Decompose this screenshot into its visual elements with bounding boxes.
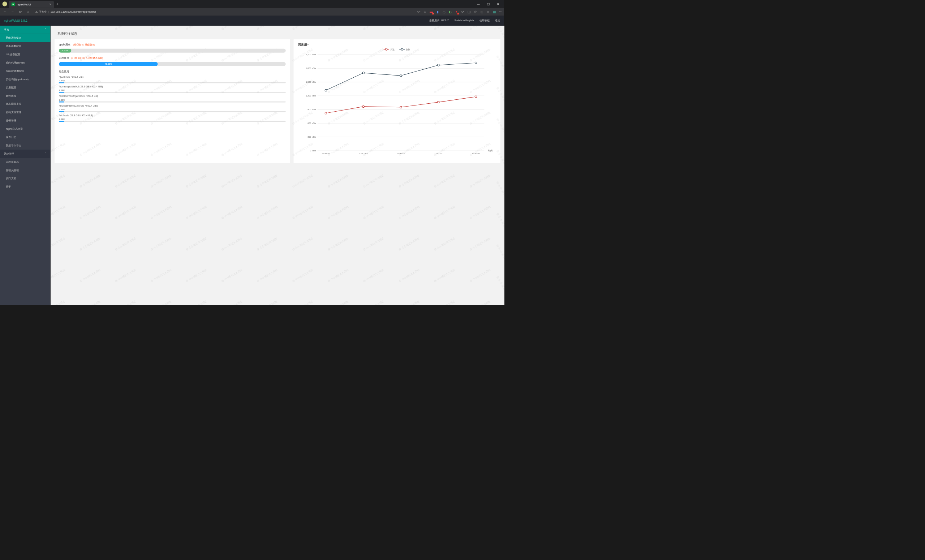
sidebar-item[interactable]: 关于 (0, 183, 51, 191)
window-icon (3, 2, 7, 6)
star-icon[interactable]: ☆ (423, 10, 427, 14)
sidebar-group-system[interactable]: 系统管理 ˄ (0, 150, 51, 158)
sidebar-item[interactable]: Nginx日志查看 (0, 125, 51, 133)
cpu-progress-bar: 5.50% (59, 49, 285, 53)
ext6-icon[interactable]: ⟳ (461, 10, 465, 14)
ext5-icon[interactable]: ▼1 (455, 10, 458, 14)
sidebar-item[interactable]: 基本参数配置 (0, 42, 51, 51)
legend-send-label: 发送 (390, 48, 395, 51)
sidebar-item[interactable]: 反向代理(server) (0, 59, 51, 67)
sidebar-item[interactable]: 远程服务器 (0, 158, 51, 166)
sidebar-item[interactable]: 接口文档 (0, 175, 51, 183)
mem-progress-bar: 43.59% (59, 62, 285, 66)
disk-list: / (22.8 GiB / 953.4 GiB) 2.39% /home/ngi… (59, 75, 285, 122)
chart-legend: 发送 接收 (298, 47, 496, 51)
disk-item: /etc/hosts (22.8 GiB / 953.4 GiB) 2.39% (59, 114, 285, 122)
disk-bar (59, 111, 285, 112)
legend-recv-icon (399, 49, 404, 50)
disk-item: /etc/resolv.conf (22.8 GiB / 953.4 GiB) … (59, 95, 285, 102)
logout-link[interactable]: 退出 (495, 19, 500, 23)
sidebar-item[interactable]: 系统运行状态 (0, 34, 51, 42)
tutorial-link[interactable]: 使用教程 (479, 19, 490, 23)
disk-pct: 2.39% (59, 99, 285, 101)
chevron-up-icon: ˄ (45, 28, 46, 31)
sidebar-item[interactable]: 证书管理 (0, 117, 51, 125)
legend-recv-label: 接收 (406, 48, 410, 51)
close-icon[interactable]: × (50, 3, 51, 6)
svg-text:12:47:03: 12:47:03 (359, 152, 368, 154)
content-area: @ 小小笔记大大用处@ 小小笔记大大用处@ 小小笔记大大用处@ 小小笔记大大用处… (51, 26, 505, 305)
ext3-icon[interactable]: ◌ (442, 10, 446, 14)
svg-text:12:47:01: 12:47:01 (322, 152, 330, 154)
collections-icon[interactable]: ⊞ (480, 10, 484, 14)
profile-icon[interactable]: ☺ (486, 10, 490, 14)
disk-bar (59, 92, 285, 93)
sidebar-item[interactable]: 静态网页上传 (0, 100, 51, 108)
sidebar-group-local-label: 本地 (4, 28, 9, 32)
app-title: nginxWebUI 3.8.2 (4, 19, 429, 23)
reader-icon[interactable]: A⁺ (417, 10, 420, 14)
home-button[interactable]: ⌂ (25, 9, 32, 15)
close-window-button[interactable]: ✕ (494, 1, 503, 7)
chart-title: 网速统计 (298, 43, 496, 46)
sidebar-icon[interactable]: ◫ (467, 10, 471, 14)
svg-text:900 kB/s: 900 kB/s (307, 108, 316, 111)
sidebar-item[interactable]: 启用配置 (0, 83, 51, 92)
back-button[interactable]: ← (2, 9, 8, 15)
sidebar-item[interactable]: 负载均衡(upstream) (0, 75, 51, 83)
disk-label: 磁盘使用 (59, 69, 285, 73)
tab-strip: N nginxWebUI × + (0, 0, 474, 8)
refresh-button[interactable]: ⟳ (17, 9, 24, 15)
menu-icon[interactable]: ⋯ (499, 10, 503, 14)
new-tab-button[interactable]: + (56, 2, 59, 6)
svg-point-29 (400, 74, 401, 76)
svg-text:300 kB/s: 300 kB/s (307, 136, 316, 138)
sidebar-item[interactable]: 操作日志 (0, 133, 51, 141)
svg-point-28 (362, 72, 364, 74)
mem-sub-text: （已用:6.8 GiB / 总共:15.5 GiB） (70, 56, 104, 59)
disk-item: /etc/hostname (22.8 GiB / 953.4 GiB) 2.3… (59, 104, 285, 112)
sidebar-item[interactable]: 参数模板 (0, 92, 51, 100)
url-box[interactable]: ⚠ 不安全 | 192.168.1.100:8080/adminPage/mon… (33, 9, 413, 15)
browser-tab[interactable]: N nginxWebUI × (9, 1, 54, 8)
chart-svg: 0 kB/s300 kB/s600 kB/s900 kB/s1,200 kB/s… (298, 53, 496, 159)
address-bar: ← → ⟳ ⌂ ⚠ 不安全 | 192.168.1.100:8080/admin… (0, 8, 504, 16)
forward-button[interactable]: → (9, 9, 15, 15)
sidebar-item[interactable]: 密码文件管理 (0, 108, 51, 117)
legend-recv[interactable]: 接收 (399, 48, 410, 51)
favorites-icon[interactable]: ✩ (473, 10, 477, 14)
ext1-icon[interactable]: ▬3 (429, 10, 433, 14)
cpu-metric: cpu利用率 （核心数:4 / 线程数:4） 5.50% (59, 43, 285, 53)
favicon-icon: N (12, 3, 15, 6)
svg-text:1,800 kB/s: 1,800 kB/s (306, 67, 316, 69)
legend-send[interactable]: 发送 (383, 48, 395, 51)
chevron-up-icon: ˄ (45, 152, 46, 155)
sidebar-item[interactable]: http参数配置 (0, 51, 51, 59)
svg-point-27 (325, 89, 327, 91)
sidebar-group-local[interactable]: 本地 ˄ (0, 26, 51, 34)
svg-text:12:47:07: 12:47:07 (434, 152, 443, 154)
disk-path: /etc/hostname (22.8 GiB / 953.4 GiB) (59, 104, 285, 107)
sidebar-item[interactable]: 数据导入导出 (0, 141, 51, 150)
tab-title: nginxWebUI (17, 3, 47, 6)
cpu-label: cpu利用率 （核心数:4 / 线程数:4） (59, 43, 285, 46)
ext7-icon[interactable]: ▦ (493, 10, 496, 14)
sidebar-item[interactable]: 管理员管理 (0, 166, 51, 175)
sidebar: 本地 ˄ 系统运行状态基本参数配置http参数配置反向代理(server)Str… (0, 26, 51, 305)
mem-progress-fill: 43.59% (59, 62, 158, 66)
disk-bar (59, 101, 285, 102)
memory-metric: 内存使用 （已用:6.8 GiB / 总共:15.5 GiB） 43.59% (59, 56, 285, 66)
system-stats-card: cpu利用率 （核心数:4 / 线程数:4） 5.50% 内存使用 （已用:6.… (54, 39, 290, 163)
ext4-icon[interactable]: ◐ (448, 10, 452, 14)
maximize-button[interactable]: ▢ (484, 1, 493, 7)
minimize-button[interactable]: — (474, 1, 483, 7)
page-title: 系统运行状态 (54, 30, 500, 39)
switch-language[interactable]: Switch to English (454, 19, 474, 23)
ext2-icon[interactable]: ▮ (436, 10, 440, 14)
current-user[interactable]: 当前用户: UPToZ (429, 19, 449, 23)
disk-pct: 2.39% (59, 89, 285, 92)
disk-path: /home/nginxWebUI (22.8 GiB / 953.4 GiB) (59, 85, 285, 88)
svg-text:1,500 kB/s: 1,500 kB/s (306, 81, 316, 83)
sidebar-group-system-label: 系统管理 (4, 152, 14, 156)
sidebar-item[interactable]: Stream参数配置 (0, 67, 51, 75)
